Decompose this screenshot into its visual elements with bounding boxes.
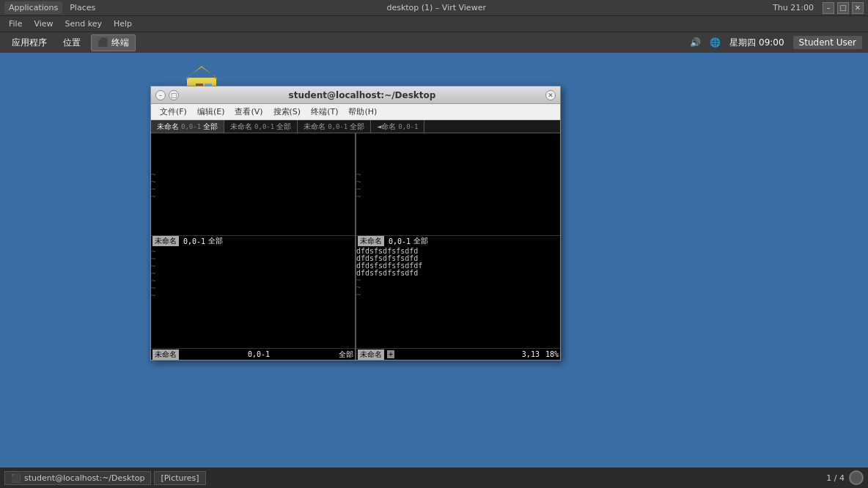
terminal-content[interactable]: 未命名 0,0-1 全部 未命名 0,0-1 全部 未命名	[151, 120, 560, 360]
vim-ll-buffer: ~ ~ ~ ~ ~ ~ ~	[151, 247, 355, 349]
vim-lbs-name: 未命名	[152, 350, 179, 360]
term-menu-search[interactable]: 搜索(S)	[269, 106, 306, 118]
terminal-button[interactable]: ⬛ 终端	[91, 34, 136, 51]
terminal-close-btn[interactable]: ✕	[545, 90, 556, 100]
terminal-minimize-btn[interactable]: –	[155, 90, 166, 100]
places-menu-button[interactable]: 位置	[57, 35, 87, 51]
terminal-task-label: student@localhost:~/Desktop	[24, 473, 144, 483]
term-menu-file[interactable]: 文件(F)	[155, 106, 191, 118]
outer-window: Applications Places desktop (1) – Virt V…	[0, 0, 868, 488]
panel-right: 🔊 🌐 星期四 09:00 Student User	[690, 36, 862, 49]
vm-taskbar: ⬛ student@localhost:~/Desktop [Pictures]…	[0, 467, 868, 488]
terminal-titlebar: – □ student@localhost:~/Desktop ✕	[151, 86, 560, 104]
page-info: 1 / 4	[826, 473, 845, 483]
vim-lts-part: 全部	[208, 236, 223, 246]
menu-file[interactable]: File	[4, 18, 26, 30]
vim-ur-buffer: ~ ~ ~ ~	[356, 133, 560, 235]
vim-right-top-status: 未命名 0,0-1 全部	[356, 235, 560, 247]
desktop-area: home Trash	[0, 53, 868, 467]
panel-apps: 应用程序 位置 ⬛ 终端	[6, 34, 136, 51]
panel-time: 星期四 09:00	[729, 37, 784, 49]
vim-rts-name: 未命名	[358, 236, 384, 246]
vim-lts-name: 未命名	[152, 236, 179, 246]
close-button[interactable]: ✕	[852, 2, 864, 14]
vim-ul-buffer: ~ ~ ~ ~	[151, 133, 355, 235]
terminal-menubar: 文件(F) 编辑(E) 查看(V) 搜索(S) 终端(T) 帮助(H)	[151, 104, 560, 120]
vim-lts-info: 0,0-1	[183, 237, 205, 245]
minimize-button[interactable]: –	[823, 2, 834, 14]
menu-sendkey[interactable]: Send key	[61, 18, 106, 30]
taskbar-settings-btn[interactable]	[849, 470, 864, 485]
vim-lbs-info: 0,0-1	[179, 350, 339, 358]
vim-tabs-area: 未命名 0,0-1 全部 未命名 0,0-1 全部 未命名	[151, 120, 560, 133]
vim-tab-2-label: 未命名	[230, 122, 252, 132]
term-menu-view[interactable]: 查看(V)	[230, 106, 267, 118]
vim-top-splits: ~ ~ ~ ~ 未命名 0,0-1 全部	[151, 133, 560, 360]
vim-rts-info: 0,0-1	[389, 237, 411, 245]
terminal-window: – □ student@localhost:~/Desktop ✕ 文件(F) …	[150, 86, 561, 361]
vm-display: 应用程序 位置 ⬛ 终端 🔊 🌐 星期四 09:00 Student User	[0, 32, 868, 488]
vm-taskbar-left: ⬛ student@localhost:~/Desktop [Pictures]	[4, 471, 206, 485]
vim-tab-1[interactable]: 未命名 0,0-1 全部	[151, 120, 224, 133]
maximize-button[interactable]: □	[837, 2, 849, 14]
volume-icon[interactable]: 🔊	[690, 37, 701, 48]
term-menu-edit[interactable]: 编辑(E)	[193, 106, 229, 118]
vim-tab-4[interactable]: ◄命名 0,0-1	[371, 120, 424, 133]
outer-titlebar: Applications Places desktop (1) – Virt V…	[0, 0, 868, 16]
vim-tab-1-label: 未命名	[157, 122, 179, 132]
vim-tab-2[interactable]: 未命名 0,0-1 全部	[224, 120, 298, 133]
vim-tab-4-label: ◄命名	[377, 122, 396, 132]
outer-title-text: desktop (1) – Virt Viewer	[100, 3, 773, 12]
vim-tab-1-part: 全部	[203, 122, 218, 132]
terminal-maximize-btn[interactable]: □	[169, 90, 179, 100]
gnome-panel: 应用程序 位置 ⬛ 终端 🔊 🌐 星期四 09:00 Student User	[0, 32, 868, 53]
vm-task-pictures[interactable]: [Pictures]	[154, 471, 205, 485]
term-menu-terminal[interactable]: 终端(T)	[306, 106, 342, 118]
pictures-task-label: [Pictures]	[161, 473, 199, 483]
terminal-icon: ⬛	[98, 37, 108, 48]
vim-left-top-status: 未命名 0,0-1 全部	[151, 235, 355, 247]
menu-help[interactable]: Help	[109, 18, 136, 30]
vim-position: 3,13	[394, 350, 540, 358]
vim-rbs-name: 未命名	[358, 350, 384, 360]
menu-view[interactable]: View	[29, 18, 57, 30]
vim-tab-3[interactable]: 未命名 0,0-1 全部	[298, 120, 371, 133]
vim-left-bottom-status: 未命名 0,0-1 全部	[151, 348, 355, 360]
network-icon[interactable]: 🌐	[710, 37, 721, 48]
vim-insert-marker: +	[387, 350, 394, 358]
vim-tilde-1	[151, 133, 355, 141]
outer-places-menu[interactable]: Places	[65, 1, 100, 14]
vim-tab-1-num: 0,0-1	[181, 123, 201, 130]
vm-taskbar-right: 1 / 4	[826, 470, 864, 485]
panel-user[interactable]: Student User	[793, 36, 862, 49]
vim-lr-buffer: dfdsfsdfsfsdfd dfdsfsdfsfsdfd dfdsfsdfsf…	[356, 247, 560, 349]
vim-tab-3-label: 未命名	[304, 122, 326, 132]
terminal-label: 终端	[111, 37, 129, 49]
apps-menu-button[interactable]: 应用程序	[6, 35, 53, 51]
vim-container: 未命名 0,0-1 全部 未命名 0,0-1 全部 未命名	[151, 120, 560, 360]
terminal-task-icon: ⬛	[11, 473, 21, 483]
terminal-window-buttons: – □	[155, 90, 179, 100]
vm-task-terminal[interactable]: ⬛ student@localhost:~/Desktop	[4, 471, 151, 485]
vim-rts-part: 全部	[413, 236, 428, 246]
term-menu-help[interactable]: 帮助(H)	[344, 106, 381, 118]
vim-percent: 18%	[545, 350, 559, 358]
vim-left-split: ~ ~ ~ ~ 未命名 0,0-1 全部	[151, 133, 356, 360]
vim-right-split: ~ ~ ~ ~ 未命名 0,0-1 全部	[356, 133, 560, 360]
terminal-title-text: student@localhost:~/Desktop	[179, 90, 545, 100]
svg-marker-1	[185, 66, 218, 79]
outer-menubar: File View Send key Help	[0, 16, 868, 32]
outer-apps-menu[interactable]: Applications	[4, 1, 62, 14]
vim-right-bottom-status: 未命名 + 3,13 18%	[356, 348, 560, 360]
outer-time: Thu 21:00	[773, 3, 814, 12]
vim-lbs-part: 全部	[339, 350, 353, 360]
